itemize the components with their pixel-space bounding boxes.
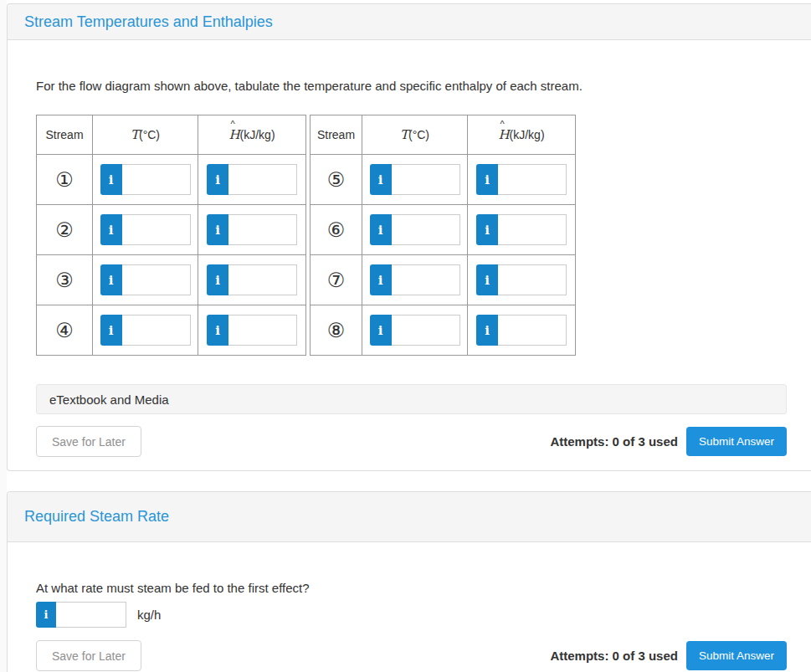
- info-icon: i: [215, 323, 220, 338]
- stream-8-enthalpy-input[interactable]: [498, 315, 567, 346]
- info-button[interactable]: i: [476, 264, 498, 295]
- stream-5-enthalpy-input[interactable]: [498, 164, 567, 195]
- stream-1-enthalpy-group: i: [207, 164, 297, 195]
- steam-rate-input-row: i kg/h: [36, 602, 787, 628]
- info-button[interactable]: i: [207, 264, 228, 295]
- panel-2-body: At what rate must steam be fed to the fi…: [8, 581, 811, 672]
- info-button[interactable]: i: [370, 214, 392, 245]
- info-icon: i: [485, 273, 490, 288]
- stream-column-header: Stream: [37, 115, 93, 155]
- stream-6-temperature-input[interactable]: [392, 214, 460, 245]
- temperature-column-header: T(°C): [362, 115, 468, 155]
- enthalpy-column-header: ^H(kJ/kg): [468, 115, 576, 155]
- attempts-counter: Attempts: 0 of 3 used: [550, 649, 678, 663]
- table-header-row: Stream T(°C) ^H(kJ/kg): [311, 115, 576, 155]
- table-row: ⑤ i i: [311, 155, 576, 205]
- steam-rate-input-group: i: [36, 602, 126, 628]
- stream-6-enthalpy-group: i: [476, 214, 567, 245]
- stream-4-label: ④: [37, 305, 93, 356]
- stream-tables: Stream T(°C) ^H(kJ/kg) ① i i ② i i: [36, 115, 787, 356]
- info-icon: i: [44, 608, 49, 621]
- panel-1-header: Stream Temperatures and Enthalpies: [8, 4, 811, 40]
- enthalpy-column-header: ^H(kJ/kg): [198, 115, 306, 155]
- stream-5-label: ⑤: [311, 155, 362, 205]
- steam-rate-input[interactable]: [56, 602, 126, 628]
- info-button[interactable]: i: [476, 164, 498, 195]
- table-header-row: Stream T(°C) ^H(kJ/kg): [37, 115, 306, 155]
- info-icon: i: [109, 172, 114, 187]
- info-button[interactable]: i: [100, 164, 122, 195]
- info-button[interactable]: i: [370, 315, 392, 346]
- info-icon: i: [378, 172, 383, 187]
- hat-accent: ^: [500, 119, 504, 129]
- stream-4-temperature-input[interactable]: [122, 315, 191, 346]
- stream-3-enthalpy-group: i: [207, 264, 297, 295]
- info-icon: i: [485, 172, 490, 187]
- info-icon: i: [109, 223, 114, 238]
- info-icon: i: [378, 323, 383, 338]
- stream-4-temperature-group: i: [100, 315, 191, 346]
- stream-7-enthalpy-input[interactable]: [498, 264, 567, 295]
- stream-4-enthalpy-input[interactable]: [228, 315, 297, 346]
- stream-5-enthalpy-group: i: [476, 164, 567, 195]
- info-icon: i: [109, 273, 114, 288]
- table-row: ⑥ i i: [311, 205, 576, 255]
- info-button[interactable]: i: [207, 315, 228, 346]
- stream-2-enthalpy-group: i: [207, 214, 297, 245]
- table-row: ⑧ i i: [311, 305, 576, 356]
- stream-8-label: ⑧: [311, 305, 362, 356]
- info-button[interactable]: i: [207, 214, 228, 245]
- stream-7-enthalpy-group: i: [476, 264, 567, 295]
- info-icon: i: [378, 223, 383, 238]
- info-button[interactable]: i: [100, 264, 122, 295]
- stream-2-enthalpy-input[interactable]: [228, 214, 297, 245]
- stream-3-label: ③: [37, 255, 93, 305]
- stream-6-enthalpy-input[interactable]: [498, 214, 567, 245]
- stream-table-right: Stream T(°C) ^H(kJ/kg) ⑤ i i ⑥ i i: [310, 115, 576, 356]
- info-icon: i: [215, 172, 220, 187]
- stream-7-temperature-input[interactable]: [392, 264, 460, 295]
- temperature-column-header: T(°C): [93, 115, 198, 155]
- stream-5-temperature-group: i: [370, 164, 460, 195]
- stream-5-temperature-input[interactable]: [392, 164, 460, 195]
- panel-2-footer: Save for Later Attempts: 0 of 3 used Sub…: [36, 640, 787, 671]
- stream-1-temperature-input[interactable]: [122, 164, 191, 195]
- panel-required-steam-rate: Required Steam Rate At what rate must st…: [7, 491, 811, 672]
- info-button[interactable]: i: [476, 214, 498, 245]
- submit-answer-button[interactable]: Submit Answer: [686, 641, 787, 670]
- panel-stream-temperatures: Stream Temperatures and Enthalpies For t…: [7, 3, 811, 471]
- stream-6-temperature-group: i: [370, 214, 460, 245]
- stream-2-label: ②: [37, 205, 93, 255]
- info-button[interactable]: i: [100, 214, 122, 245]
- stream-1-enthalpy-input[interactable]: [228, 164, 297, 195]
- stream-8-enthalpy-group: i: [476, 315, 567, 346]
- info-button[interactable]: i: [370, 164, 392, 195]
- info-button[interactable]: i: [370, 264, 392, 295]
- etextbook-media-accordion[interactable]: eTextbook and Media: [36, 384, 787, 414]
- etextbook-media-label: eTextbook and Media: [49, 392, 169, 407]
- info-button[interactable]: i: [207, 164, 228, 195]
- info-icon: i: [215, 273, 220, 288]
- save-for-later-button[interactable]: Save for Later: [36, 426, 141, 457]
- submit-answer-button[interactable]: Submit Answer: [686, 427, 787, 456]
- info-button[interactable]: i: [36, 602, 56, 628]
- info-button[interactable]: i: [476, 315, 498, 346]
- stream-3-enthalpy-input[interactable]: [228, 264, 297, 295]
- stream-8-temperature-input[interactable]: [392, 315, 460, 346]
- table-row: ① i i: [37, 155, 306, 205]
- question-prompt: For the flow diagram shown above, tabula…: [36, 79, 787, 93]
- stream-7-temperature-group: i: [370, 264, 460, 295]
- info-button[interactable]: i: [100, 315, 122, 346]
- stream-2-temperature-group: i: [100, 214, 191, 245]
- page-left-gutter: [0, 0, 7, 672]
- panel-2-header: Required Steam Rate: [8, 492, 811, 542]
- stream-3-temperature-input[interactable]: [122, 264, 191, 295]
- unit-label: kg/h: [137, 608, 161, 622]
- info-icon: i: [485, 223, 490, 238]
- panel-1-footer: Save for Later Attempts: 0 of 3 used Sub…: [36, 426, 787, 457]
- stream-4-enthalpy-group: i: [207, 315, 297, 346]
- stream-2-temperature-input[interactable]: [122, 214, 191, 245]
- save-for-later-button[interactable]: Save for Later: [36, 640, 141, 671]
- steam-rate-question: At what rate must steam be fed to the fi…: [36, 581, 787, 595]
- info-icon: i: [109, 323, 114, 338]
